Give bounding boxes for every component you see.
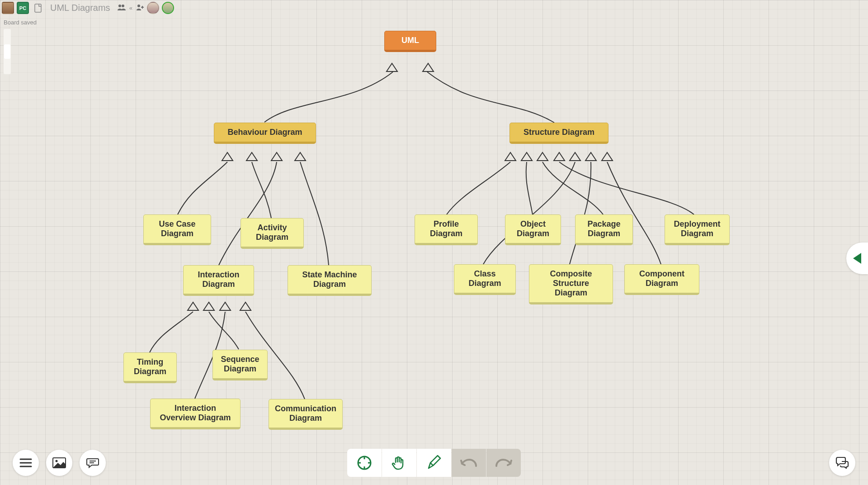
node-package[interactable]: Package Diagram [575,214,633,245]
node-timing[interactable]: Timing Diagram [123,352,177,383]
tool-navigate[interactable] [347,449,382,477]
add-user-icon[interactable] [136,4,144,12]
node-component[interactable]: Component Diagram [624,264,699,295]
tool-draw[interactable] [417,449,451,477]
node-deployment[interactable]: Deployment Diagram [665,214,730,245]
node-composite[interactable]: Composite Structure Diagram [529,264,613,304]
participants-icon[interactable] [118,4,126,12]
node-behaviour[interactable]: Behaviour Diagram [214,123,316,144]
node-usecase[interactable]: Use Case Diagram [143,214,211,245]
avatar-user-pc[interactable]: PC [17,2,29,14]
comments-button[interactable] [80,450,106,476]
menu-button[interactable] [13,450,39,476]
svg-point-1 [118,5,121,7]
avatar-user-1[interactable] [2,2,14,14]
node-statemachine[interactable]: State Machine Diagram [288,265,372,296]
node-class[interactable]: Class Diagram [454,264,516,295]
node-interaction[interactable]: Interaction Diagram [183,265,254,296]
tool-redo [486,449,521,477]
board-file-icon[interactable] [32,2,44,14]
node-activity[interactable]: Activity Diagram [241,218,304,249]
svg-rect-0 [35,4,41,12]
node-sequence[interactable]: Sequence Diagram [212,350,268,380]
svg-point-5 [56,460,58,462]
node-structure[interactable]: Structure Diagram [509,123,609,144]
node-interactionoverview[interactable]: Interaction Overview Diagram [150,399,241,429]
tool-pan[interactable] [382,449,416,477]
node-communication[interactable]: Communication Diagram [269,399,343,430]
collapse-icon[interactable]: « [129,5,132,11]
collaborator-avatar-2[interactable] [162,2,174,14]
svg-point-2 [122,5,124,7]
triangle-left-icon [853,253,861,264]
collaborator-avatar-1[interactable] [147,2,159,14]
export-image-button[interactable] [46,450,72,476]
node-object[interactable]: Object Diagram [505,214,561,245]
tool-undo [452,449,486,477]
zoom-slider[interactable] [4,29,11,74]
svg-point-3 [137,5,140,7]
chat-button[interactable] [829,450,855,476]
node-profile[interactable]: Profile Diagram [415,214,478,245]
main-toolbar [347,449,521,477]
save-status: Board saved [4,19,37,26]
bottom-left-tools [13,450,106,476]
topbar: PC UML Diagrams « [2,2,866,14]
board-title[interactable]: UML Diagrams [50,3,110,13]
node-uml[interactable]: UML [384,31,436,52]
